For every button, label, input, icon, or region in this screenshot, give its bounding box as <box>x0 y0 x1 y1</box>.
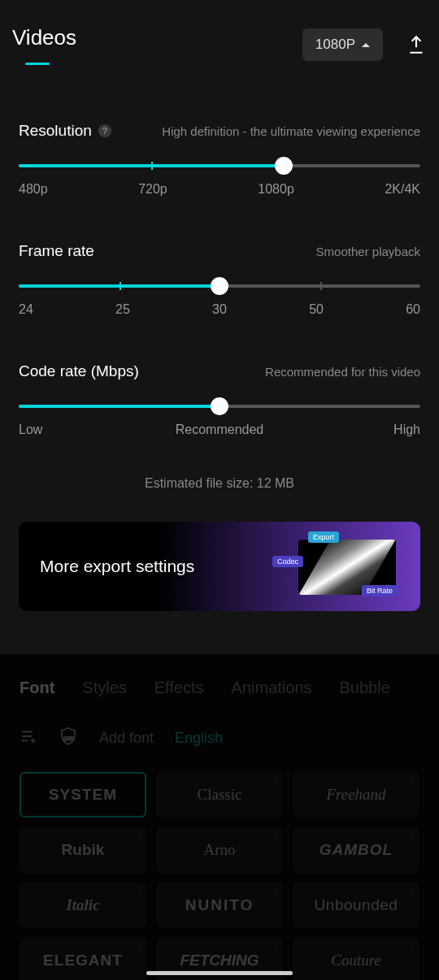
res-label-2k4k: 2K/4K <box>385 182 420 197</box>
export-button[interactable] <box>406 34 427 55</box>
cr-label-rec: Recommended <box>176 423 264 437</box>
tab-animations[interactable]: Animations <box>232 679 312 697</box>
tab-styles[interactable]: Styles <box>82 679 126 697</box>
download-icon: ↓ <box>274 775 279 785</box>
more-export-text: More export settings <box>40 557 194 576</box>
coderate-slider[interactable] <box>19 405 420 408</box>
download-icon: ↓ <box>137 941 142 951</box>
font-option-unbounded[interactable]: Unbounded↓ <box>293 882 419 928</box>
tab-videos[interactable]: Videos <box>12 25 76 65</box>
font-option-nunito[interactable]: NUNITO↓ <box>156 882 283 928</box>
resolution-slider-thumb[interactable] <box>275 157 293 175</box>
cr-label-high: High <box>393 423 420 437</box>
font-option-system[interactable]: SYSTEM <box>20 772 146 817</box>
download-icon: ↓ <box>410 830 415 840</box>
tag-export: Export <box>308 531 339 543</box>
download-icon: ↓ <box>272 886 279 895</box>
svg-text:OFF: OFF <box>63 736 73 741</box>
tag-bitrate: Bit Rate <box>362 585 398 596</box>
framerate-title: Frame rate <box>19 242 94 260</box>
framerate-slider-thumb[interactable] <box>211 277 228 295</box>
download-icon: ↓ <box>411 775 415 785</box>
resolution-hint: High definition - the ultimate viewing e… <box>162 124 420 138</box>
download-icon: ↓ <box>410 886 415 895</box>
resolution-title-text: Resolution <box>19 122 92 140</box>
tab-font[interactable]: Font <box>20 679 54 697</box>
coderate-hint: Recommended for this video <box>265 365 420 379</box>
estimated-size: Estimated file size: 12 MB <box>19 476 420 491</box>
coderate-labels: Low Recommended High <box>19 423 420 439</box>
coderate-title: Code rate (Mbps) <box>19 362 139 380</box>
framerate-hint: Smoother playback <box>316 245 420 258</box>
download-icon: ↓ <box>274 830 279 840</box>
font-option-classic[interactable]: Classic↓ <box>156 772 283 817</box>
tag-codec: Codec <box>272 556 303 567</box>
download-icon: ↓ <box>274 941 279 951</box>
more-export-settings-card[interactable]: More export settings Export Codec Bit Ra… <box>19 522 420 611</box>
font-option-rubik[interactable]: Rubik↓ <box>20 827 146 873</box>
font-option-arno[interactable]: Arno↓ <box>156 827 283 873</box>
tab-bubble[interactable]: Bubble <box>340 679 390 697</box>
caret-up-icon <box>362 43 370 47</box>
fr-label-24: 24 <box>19 302 33 317</box>
resolution-chip-label: 1080P <box>315 37 355 53</box>
add-font-button[interactable]: Add font <box>99 730 154 747</box>
font-option-freehand[interactable]: Freehand↓ <box>293 772 419 817</box>
res-label-720: 720p <box>138 182 167 197</box>
fr-label-60: 60 <box>406 302 420 317</box>
download-icon: ↓ <box>137 830 142 840</box>
shield-off-icon[interactable]: OFF <box>59 726 78 749</box>
fr-label-25: 25 <box>115 302 130 317</box>
res-label-1080: 1080p <box>258 182 294 197</box>
font-option-couture[interactable]: Couture↓ <box>293 938 419 980</box>
list-add-icon[interactable] <box>20 727 37 748</box>
help-icon[interactable]: ? <box>98 124 111 137</box>
font-option-gambol[interactable]: GAMBOL↓ <box>293 827 419 873</box>
fr-label-30: 30 <box>212 302 227 317</box>
fr-label-50: 50 <box>309 302 324 317</box>
cr-label-low: Low <box>19 423 42 437</box>
coderate-slider-thumb[interactable] <box>211 397 228 415</box>
tab-underline <box>25 63 50 65</box>
resolution-slider[interactable] <box>19 164 420 167</box>
tab-effects[interactable]: Effects <box>154 679 204 697</box>
framerate-labels: 24 25 30 50 60 <box>19 302 420 317</box>
font-option-italic[interactable]: Italic↓ <box>20 882 146 928</box>
resolution-title: Resolution ? <box>19 122 111 140</box>
res-label-480: 480p <box>19 182 48 197</box>
resolution-labels: 480p 720p 1080p 2K/4K <box>19 182 420 197</box>
resolution-dropdown[interactable]: 1080P <box>302 28 383 61</box>
font-tabs: Font Styles Effects Animations Bubble <box>20 679 419 697</box>
download-icon: ↓ <box>137 886 142 895</box>
framerate-slider[interactable] <box>19 284 420 288</box>
language-english[interactable]: English <box>175 730 223 747</box>
tab-videos-label: Videos <box>12 25 76 50</box>
font-option-elegant[interactable]: ELEGANT↓ <box>20 938 146 980</box>
home-indicator <box>146 971 293 975</box>
download-icon: ↓ <box>411 941 415 951</box>
